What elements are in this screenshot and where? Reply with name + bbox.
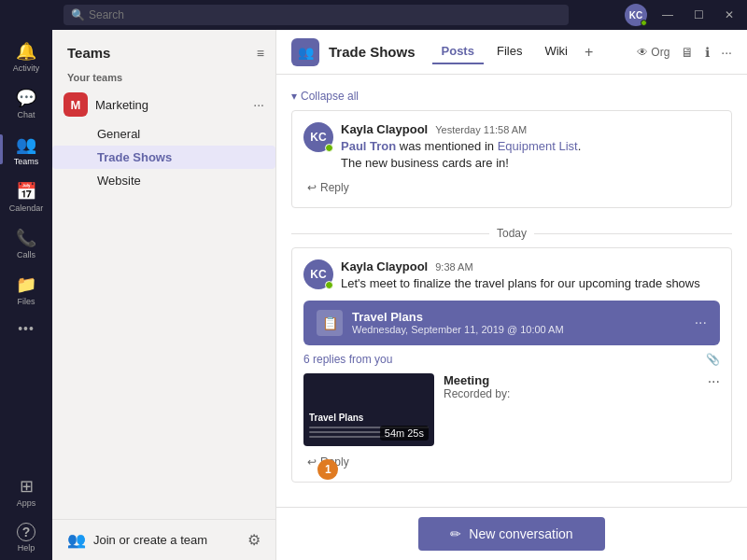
reply-button-1[interactable]: ↩ Reply <box>303 179 353 196</box>
msg-meta-2: Kayla Claypool 9:38 AM Let's meet to fin… <box>341 259 720 292</box>
cal-card-left: 📋 Travel Plans Wednesday, September 11, … <box>317 310 564 336</box>
sidebar-item-teams[interactable]: 👥 Teams <box>0 127 52 174</box>
sidebar-item-help[interactable]: ? Help <box>0 515 52 560</box>
share-screen-icon[interactable]: 🖥 <box>681 45 694 60</box>
left-rail: 🔔 Activity 💬 Chat 👥 Teams 📅 Calendar 📞 C… <box>0 30 52 560</box>
msg-time-1: Yesterday 11:58 AM <box>435 124 527 135</box>
search-bar[interactable]: 🔍 <box>63 5 569 25</box>
filter-icon[interactable]: ≡ <box>257 46 264 61</box>
avatar-1: KC <box>303 122 333 152</box>
avatar[interactable]: KC <box>625 4 647 26</box>
apps-label: Apps <box>17 498 36 508</box>
collapse-all-button[interactable]: ▾ Collapse all <box>291 86 732 110</box>
recording-duration: 54m 25s <box>380 426 429 441</box>
cal-more-icon[interactable]: ··· <box>695 315 707 331</box>
close-button[interactable]: ✕ <box>719 7 740 23</box>
sidebar-item-chat[interactable]: 💬 Chat <box>0 80 52 127</box>
team-badge-marketing: M <box>63 92 88 117</box>
join-create-label[interactable]: Join or create a team <box>93 533 240 547</box>
chat-label: Chat <box>17 110 35 119</box>
sidebar-item-more[interactable]: ••• <box>0 314 52 343</box>
recording-more-icon[interactable]: ··· <box>708 373 720 390</box>
calls-label: Calls <box>17 250 35 259</box>
more-options-icon[interactable]: ··· <box>721 45 732 60</box>
search-input[interactable] <box>89 8 561 21</box>
search-icon: 🔍 <box>71 8 85 21</box>
chat-icon: 💬 <box>16 88 36 108</box>
reply-icon-2: ↩ <box>307 455 317 469</box>
tab-wiki[interactable]: Wiki <box>535 40 577 64</box>
cal-card-info: Travel Plans Wednesday, September 11, 20… <box>352 310 564 335</box>
more-icon: ••• <box>18 321 35 336</box>
today-label: Today <box>497 227 527 240</box>
sidebar: Teams ≡ Your teams M Marketing ··· Gener… <box>52 30 276 560</box>
msg-body-1: Paul Tron was mentioned in Equipment Lis… <box>341 138 720 172</box>
online-dot-1 <box>325 144 333 152</box>
msg-body-2: Let's meet to finalize the travel plans … <box>341 275 720 292</box>
chevron-down-icon: ▾ <box>291 90 297 103</box>
cal-icon: 📋 <box>317 310 343 336</box>
minimize-button[interactable]: — <box>656 7 679 23</box>
messages-area: ▾ Collapse all KC Kayla Claypool Yesterd… <box>276 75 747 507</box>
teams-label: Teams <box>14 157 39 166</box>
sidebar-item-files[interactable]: 📁 Files <box>0 267 52 314</box>
channel-title: Trade Shows <box>329 44 416 60</box>
online-dot-2 <box>325 281 333 289</box>
cal-title: Travel Plans <box>352 310 564 324</box>
message-header-2: KC Kayla Claypool 9:38 AM Let's meet to … <box>303 259 720 292</box>
channel-website[interactable]: Website <box>52 169 275 192</box>
sidebar-item-calendar[interactable]: 📅 Calendar <box>0 174 52 220</box>
channel-list: General Trade Shows Website <box>52 122 275 192</box>
message-header-1: KC Kayla Claypool Yesterday 11:58 AM Pau… <box>303 122 720 172</box>
calendar-label: Calendar <box>9 203 44 213</box>
sidebar-item-calls[interactable]: 📞 Calls <box>0 220 52 267</box>
help-icon: ? <box>17 523 35 541</box>
tab-posts[interactable]: Posts <box>432 40 484 64</box>
settings-icon[interactable]: ⚙ <box>247 531 261 549</box>
window-controls: KC — ☐ ✕ <box>625 4 740 26</box>
msg-body-text-1: was mentioned in <box>396 139 497 153</box>
message-group-1: KC Kayla Claypool Yesterday 11:58 AM Pau… <box>291 110 732 208</box>
your-teams-label: Your teams <box>52 68 275 87</box>
equipment-list-link[interactable]: Equipment List <box>498 139 578 153</box>
replies-label: 6 replies from you <box>303 353 392 366</box>
main-content: 👥 Trade Shows Posts Files Wiki + 👁 Org 🖥… <box>276 30 747 560</box>
eye-icon: 👁 <box>637 46 648 59</box>
header-right: 👁 Org 🖥 ℹ ··· <box>637 45 732 60</box>
channel-header: 👥 Trade Shows Posts Files Wiki + 👁 Org 🖥… <box>276 30 747 75</box>
files-label: Files <box>17 297 35 306</box>
calendar-card[interactable]: 📋 Travel Plans Wednesday, September 11, … <box>303 301 720 345</box>
channel-tabs: Posts Files Wiki + <box>432 40 598 64</box>
notification-badge: 1 <box>317 459 338 480</box>
reply-label-1: Reply <box>320 181 349 194</box>
org-label: Org <box>651 46 669 59</box>
attachment-icon: 📎 <box>706 353 720 366</box>
today-divider: Today <box>291 219 732 247</box>
sidebar-item-activity[interactable]: 🔔 Activity <box>0 34 52 80</box>
channel-tradeshows[interactable]: Trade Shows <box>52 146 275 169</box>
channel-icon: 👥 <box>291 38 319 66</box>
tab-files[interactable]: Files <box>487 40 531 64</box>
info-icon[interactable]: ℹ <box>705 45 710 60</box>
files-icon: 📁 <box>16 274 36 295</box>
reply-wrapper-2: ↩ Reply 1 <box>303 446 353 470</box>
new-conversation-button[interactable]: ✏ New conversation <box>418 517 605 551</box>
help-label: Help <box>18 543 35 553</box>
recording-info: Meeting Recorded by: <box>444 373 698 400</box>
team-marketing[interactable]: M Marketing ··· <box>52 87 275 122</box>
org-button[interactable]: 👁 Org <box>637 46 669 59</box>
recording-subtitle: Recorded by: <box>444 387 698 400</box>
new-conv-label: New conversation <box>469 526 572 541</box>
recording-thumb-title: Travel Plans <box>309 413 429 423</box>
teams-icon: 👥 <box>16 134 36 155</box>
team-name-marketing: Marketing <box>95 98 246 112</box>
msg-name-time-1: Kayla Claypool Yesterday 11:58 AM <box>341 122 720 136</box>
team-more-marketing[interactable]: ··· <box>253 97 264 112</box>
channel-general[interactable]: General <box>52 122 275 146</box>
maximize-button[interactable]: ☐ <box>688 7 710 23</box>
add-tab-button[interactable]: + <box>581 40 597 64</box>
sidebar-item-apps[interactable]: ⊞ Apps <box>0 469 52 515</box>
recording-thumbnail[interactable]: Travel Plans 54m 25s <box>303 373 434 446</box>
online-indicator <box>641 20 647 26</box>
replies-row[interactable]: 6 replies from you 📎 <box>303 353 720 366</box>
